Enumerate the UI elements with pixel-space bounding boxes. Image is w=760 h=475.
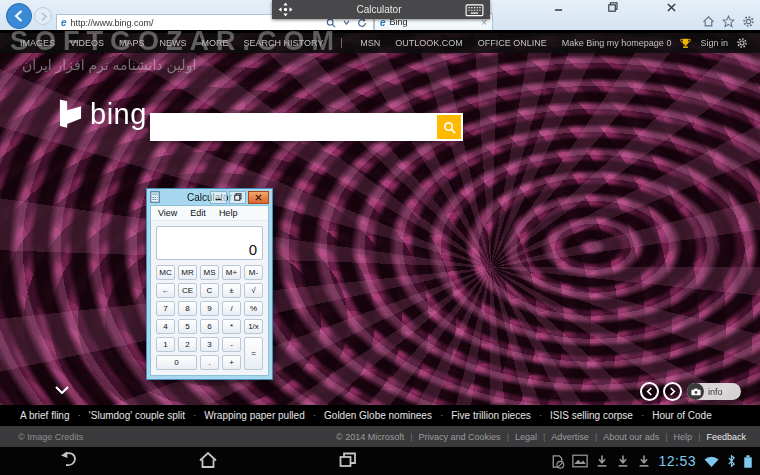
footer-advertise-link[interactable]: Advertise	[537, 432, 589, 442]
window-minimize-button[interactable]	[545, 1, 571, 13]
system-tray[interactable]: 12:53	[550, 447, 753, 475]
sd-card-icon	[550, 454, 565, 469]
download-icon	[616, 454, 630, 469]
footer-about-ads-link[interactable]: About our ads	[589, 432, 659, 442]
battery-icon	[743, 454, 753, 469]
calc-key-percent[interactable]: %	[244, 301, 263, 316]
calc-key-multiply[interactable]: *	[222, 319, 241, 334]
calculator-body: View Edit Help 0 MC MR MS M+ M- ← CE C ±…	[150, 205, 269, 376]
footer-help-link[interactable]: Help	[659, 432, 692, 442]
calc-key-decimal[interactable]: .	[200, 355, 219, 370]
ticker-item[interactable]: Wrapping paper pulled	[185, 410, 305, 421]
remote-session-bar[interactable]: Calculator	[272, 0, 490, 19]
calc-key-ms[interactable]: MS	[200, 265, 219, 280]
android-home-button[interactable]	[198, 451, 218, 473]
calc-key-5[interactable]: 5	[178, 319, 197, 334]
android-recents-button[interactable]	[338, 451, 358, 473]
calc-restore-button[interactable]	[229, 191, 246, 204]
image-info-button[interactable]: info	[687, 383, 741, 400]
android-back-button[interactable]	[58, 451, 78, 473]
calc-key-negate[interactable]: ±	[222, 283, 241, 298]
chevron-down-icon[interactable]	[343, 20, 350, 25]
sign-in-link[interactable]: Sign in	[700, 38, 728, 48]
refresh-icon[interactable]	[357, 18, 367, 28]
calc-key-c[interactable]: C	[200, 283, 219, 298]
calc-close-button[interactable]	[248, 191, 269, 204]
window-close-button[interactable]	[658, 1, 684, 13]
image-credits-link[interactable]: © Image Credits	[0, 432, 83, 442]
ticker-item[interactable]: 'Slumdog' couple split	[69, 410, 184, 421]
browser-forward-button[interactable]	[34, 7, 52, 25]
carousel-next-button[interactable]	[663, 382, 682, 401]
calc-key-ce[interactable]: CE	[178, 283, 197, 298]
calc-minimize-button[interactable]	[210, 191, 227, 204]
nav-link-msn[interactable]: MSN	[360, 38, 380, 48]
calc-key-mplus[interactable]: M+	[222, 265, 241, 280]
calc-key-0[interactable]: 0	[156, 355, 197, 370]
calc-key-1[interactable]: 1	[156, 337, 175, 352]
calc-key-plus[interactable]: +	[222, 355, 241, 370]
calc-key-divide[interactable]: /	[222, 301, 241, 316]
search-icon[interactable]	[326, 18, 336, 28]
bing-logo-icon	[58, 99, 83, 129]
calc-key-backspace[interactable]: ←	[156, 283, 175, 298]
footer-feedback-link[interactable]: Feedback	[692, 432, 746, 442]
preferences-gear-icon[interactable]	[736, 37, 748, 49]
screenshot-icon	[572, 454, 588, 468]
bing-logo-text: bing	[90, 100, 147, 129]
footer-privacy-link[interactable]: Privacy and Cookies	[404, 432, 500, 442]
calc-key-mminus[interactable]: M-	[244, 265, 263, 280]
nav-item-news[interactable]: NEWS	[160, 38, 187, 48]
calc-key-8[interactable]: 8	[178, 301, 197, 316]
nav-link-homepage[interactable]: Make Bing my homepage	[562, 38, 664, 48]
ticker-item[interactable]: Golden Globe nominees	[305, 410, 432, 421]
ticker-item[interactable]: Hour of Code	[633, 410, 712, 421]
calc-key-sqrt[interactable]: √	[244, 283, 263, 298]
browser-back-button[interactable]	[6, 3, 32, 29]
nav-link-office[interactable]: OFFICE ONLINE	[478, 38, 547, 48]
ticker-item[interactable]: Five trillion pieces	[432, 410, 531, 421]
calc-key-9[interactable]: 9	[200, 301, 219, 316]
favorites-star-icon[interactable]	[722, 15, 735, 28]
calc-menu-help[interactable]: Help	[219, 208, 238, 218]
calculator-window[interactable]: Calculator View Edit Help 0 MC MR MS	[146, 188, 273, 380]
calculator-titlebar[interactable]: Calculator	[150, 189, 269, 205]
close-icon	[667, 3, 676, 12]
rewards-trophy-icon[interactable]	[679, 37, 692, 50]
ticker-item[interactable]: ISIS selling corpse	[531, 410, 633, 421]
nav-item-videos[interactable]: VIDEOS	[70, 38, 104, 48]
search-button[interactable]	[437, 115, 461, 139]
calc-menu-view[interactable]: View	[158, 208, 177, 218]
restore-icon	[608, 2, 618, 12]
expand-chevron[interactable]	[55, 380, 69, 398]
nav-item-more[interactable]: MORE	[202, 38, 229, 48]
home-icon[interactable]	[702, 15, 715, 28]
nav-item-search-history[interactable]: SEARCH HISTORY	[244, 38, 324, 48]
nav-item-maps[interactable]: MAPS	[119, 38, 145, 48]
calc-menu-edit[interactable]: Edit	[190, 208, 206, 218]
address-url[interactable]: http://www.bing.com/	[71, 18, 154, 28]
search-input[interactable]	[150, 113, 437, 141]
window-restore-button[interactable]	[600, 1, 626, 13]
nav-link-outlook[interactable]: OUTLOOK.COM	[395, 38, 463, 48]
nav-item-images[interactable]: IMAGES	[20, 38, 55, 48]
settings-gear-icon[interactable]	[742, 15, 755, 28]
calc-key-minus[interactable]: -	[222, 337, 241, 352]
calc-key-6[interactable]: 6	[200, 319, 219, 334]
calc-key-2[interactable]: 2	[178, 337, 197, 352]
carousel-prev-button[interactable]	[640, 382, 659, 401]
calc-key-mr[interactable]: MR	[178, 265, 197, 280]
calc-key-mc[interactable]: MC	[156, 265, 175, 280]
calc-key-equals[interactable]: =	[244, 337, 263, 370]
calc-key-3[interactable]: 3	[200, 337, 219, 352]
browser-toolbar	[702, 15, 755, 28]
pan-icon[interactable]	[278, 2, 293, 17]
chevron-right-icon	[669, 387, 676, 396]
calc-key-reciprocal[interactable]: 1/x	[244, 319, 263, 334]
rewards-count: 0	[666, 38, 671, 48]
ticker-item[interactable]: A brief fling	[20, 410, 69, 421]
calc-key-7[interactable]: 7	[156, 301, 175, 316]
footer-legal-link[interactable]: Legal	[501, 432, 537, 442]
keyboard-icon[interactable]	[465, 3, 484, 17]
calc-key-4[interactable]: 4	[156, 319, 175, 334]
